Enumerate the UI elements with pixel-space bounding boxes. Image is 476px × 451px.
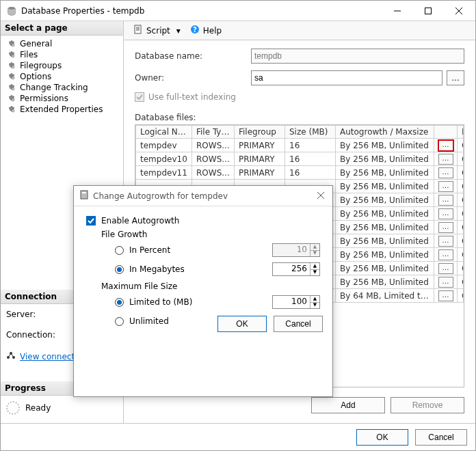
help-button[interactable]: ? Help — [187, 23, 224, 38]
autogrowth-edit-button[interactable]: … — [438, 181, 453, 192]
column-header[interactable] — [434, 126, 458, 139]
column-header[interactable]: Filegroup — [235, 126, 285, 139]
svg-point-6 — [12, 87, 14, 90]
svg-rect-16 — [82, 192, 86, 193]
megabytes-stepper[interactable]: 256 ▲▼ — [272, 262, 320, 276]
svg-point-4 — [12, 66, 14, 68]
connection-icon — [6, 351, 16, 362]
column-header[interactable]: Logical Name — [136, 126, 192, 139]
table-row[interactable]: tempdev11ROWS...PRIMARY16By 256 MB, Unli… — [136, 166, 464, 180]
autogrowth-edit-button[interactable]: … — [438, 249, 453, 260]
select-page-header: Select a page — [1, 21, 123, 36]
percent-stepper: 10 ▲▼ — [272, 243, 320, 257]
sidebar-item-filegroups[interactable]: Filegroups — [3, 60, 120, 71]
autogrowth-edit-button[interactable]: … — [438, 140, 453, 151]
autogrowth-edit-button[interactable]: … — [438, 222, 453, 233]
column-header[interactable]: Size (MB) — [285, 126, 336, 139]
maximize-button[interactable] — [412, 1, 443, 20]
table-row[interactable]: tempdev10ROWS...PRIMARY16By 256 MB, Unli… — [136, 152, 464, 166]
autogrowth-edit-button[interactable]: … — [438, 263, 453, 274]
sidebar-item-files[interactable]: Files — [3, 49, 120, 60]
autogrowth-edit-button[interactable]: … — [438, 236, 453, 247]
sidebar-item-change-tracking[interactable]: Change Tracking — [3, 82, 120, 93]
dropdown-icon: ▾ — [176, 26, 181, 36]
owner-label: Owner: — [135, 73, 251, 83]
script-button[interactable]: Script ▾ — [131, 23, 183, 38]
cancel-button[interactable]: Cancel — [415, 429, 467, 446]
fulltext-checkbox: Use full-text indexing — [135, 92, 464, 102]
help-icon: ? — [190, 25, 200, 36]
window-footer: OK Cancel — [1, 423, 475, 450]
script-icon — [133, 25, 143, 36]
svg-text:?: ? — [193, 26, 197, 33]
column-header[interactable]: Autogrowth / Maxsize — [336, 126, 434, 139]
sidebar-item-permissions[interactable]: Permissions — [3, 93, 120, 104]
autogrowth-edit-button[interactable]: … — [438, 154, 453, 165]
svg-rect-12 — [135, 25, 141, 33]
database-properties-window: Database Properties - tempdb Select a pa… — [0, 0, 476, 451]
checkbox-checked-icon — [86, 216, 96, 226]
minimize-button[interactable] — [382, 1, 412, 20]
ok-button[interactable]: OK — [356, 429, 408, 446]
remove-button[interactable]: Remove — [391, 397, 464, 413]
progress-spinner-icon — [6, 401, 20, 415]
svg-point-5 — [12, 77, 14, 79]
toolbar: Script ▾ ? Help — [124, 21, 475, 40]
db-name-label: Database name: — [135, 51, 251, 61]
autogrowth-edit-button[interactable]: … — [438, 167, 453, 178]
max-size-group: Maximum File Size — [101, 282, 320, 291]
table-row[interactable]: tempdevROWS...PRIMARY16By 256 MB, Unlimi… — [136, 139, 464, 152]
in-percent-radio[interactable]: In Percent 10 ▲▼ — [115, 243, 320, 257]
dialog-cancel-button[interactable]: Cancel — [274, 316, 323, 332]
svg-point-0 — [8, 7, 15, 10]
column-header[interactable]: Path — [458, 126, 464, 139]
sidebar-item-general[interactable]: General — [3, 38, 120, 49]
titlebar[interactable]: Database Properties - tempdb — [1, 1, 475, 21]
owner-input[interactable] — [251, 70, 442, 85]
svg-point-2 — [12, 44, 14, 46]
sidebar-item-options[interactable]: Options — [3, 71, 120, 82]
dialog-close-icon[interactable] — [315, 189, 327, 204]
autogrowth-edit-button[interactable]: … — [438, 290, 453, 301]
limited-stepper[interactable]: 100 ▲▼ — [272, 295, 320, 309]
enable-autogrowth-checkbox[interactable]: Enable Autogrowth — [86, 216, 320, 226]
dialog-icon — [79, 190, 89, 202]
database-files-label: Database files: — [135, 113, 464, 122]
in-megabytes-radio[interactable]: In Megabytes 256 ▲▼ — [115, 262, 320, 276]
window-title: Database Properties - tempdb — [21, 6, 382, 16]
dialog-title: Change Autogrowth for tempdev — [93, 191, 315, 201]
limited-radio[interactable]: Limited to (MB) 100 ▲▼ — [115, 295, 320, 309]
svg-point-7 — [12, 98, 14, 101]
svg-point-3 — [12, 55, 14, 57]
sidebar-item-extended-properties[interactable]: Extended Properties — [3, 104, 120, 115]
close-button[interactable] — [443, 1, 474, 20]
owner-browse-button[interactable]: … — [447, 70, 464, 85]
svg-rect-15 — [81, 191, 88, 199]
db-name-input — [251, 49, 464, 64]
autogrowth-dialog: Change Autogrowth for tempdev Enable Aut… — [73, 185, 333, 397]
page-list: GeneralFilesFilegroupsOptionsChange Trac… — [1, 36, 123, 122]
file-growth-group: File Growth — [101, 230, 320, 239]
dialog-ok-button[interactable]: OK — [217, 316, 267, 332]
svg-point-8 — [12, 109, 14, 112]
autogrowth-edit-button[interactable]: … — [438, 277, 453, 288]
svg-rect-1 — [425, 8, 431, 14]
column-header[interactable]: File Type — [192, 126, 235, 139]
database-icon — [6, 5, 17, 16]
autogrowth-edit-button[interactable]: … — [438, 208, 453, 219]
progress-status: Ready — [25, 403, 51, 413]
add-button[interactable]: Add — [311, 397, 385, 413]
autogrowth-edit-button[interactable]: … — [438, 195, 453, 206]
